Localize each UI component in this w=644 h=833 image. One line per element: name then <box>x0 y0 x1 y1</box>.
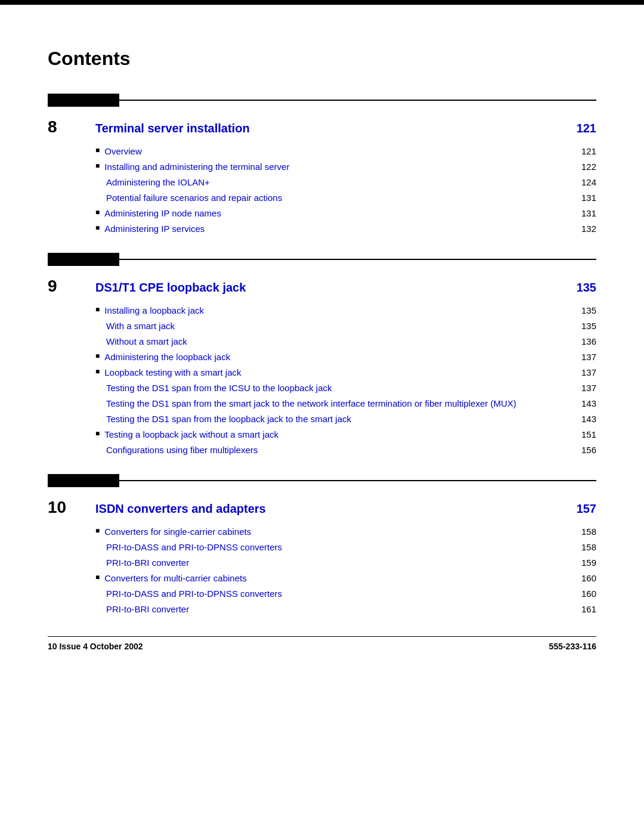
sub-entry-text[interactable]: Potential failure scenarios and repair a… <box>106 191 575 204</box>
sub-entry-text[interactable]: Configurations using fiber multiplexers <box>106 444 575 456</box>
section-separator-8 <box>48 94 596 107</box>
black-block <box>48 253 119 266</box>
bullet-icon: ■ <box>95 526 100 536</box>
toc-entry: ■ Administering IP services 132 <box>95 222 596 235</box>
entry-text[interactable]: Overview <box>104 145 575 157</box>
entry-page: 151 <box>581 428 596 441</box>
bullet-icon: ■ <box>95 351 100 361</box>
page-title: Contents <box>48 48 596 70</box>
sub-entry-page: 156 <box>581 444 596 456</box>
entry-text[interactable]: Administering IP node names <box>104 207 575 219</box>
toc-entries-10: ■ Converters for single-carrier cabinets… <box>48 525 596 615</box>
toc-sub-entry: Potential failure scenarios and repair a… <box>95 191 596 204</box>
toc-sub-entry: With a smart jack 135 <box>95 320 596 332</box>
sub-entry-page: 160 <box>581 587 596 600</box>
bullet-icon: ■ <box>95 572 100 583</box>
toc-entry: ■ Converters for multi-carrier cabinets … <box>95 572 596 584</box>
entry-text[interactable]: Administering the loopback jack <box>104 351 575 363</box>
sub-entry-text[interactable]: PRI-to-DASS and PRI-to-DPNSS converters <box>106 541 575 553</box>
toc-sub-entry: Without a smart jack 136 <box>95 335 596 348</box>
footer-left: 10 Issue 4 October 2002 <box>48 642 143 651</box>
toc-entry: ■ Installing a loopback jack 135 <box>95 304 596 317</box>
sub-entry-page: 124 <box>581 176 596 188</box>
sub-entry-page: 159 <box>581 556 596 569</box>
section-title-9[interactable]: DS1/T1 CPE loopback jack <box>95 281 577 295</box>
toc-entry: ■ Administering the loopback jack 137 <box>95 351 596 363</box>
toc-entries-8: ■ Overview 121 ■ Installing and administ… <box>48 145 596 235</box>
separator-line <box>119 100 596 101</box>
entry-text[interactable]: Converters for multi-carrier cabinets <box>104 572 575 584</box>
sub-entry-page: 143 <box>581 413 596 425</box>
footer-right: 555-233-116 <box>549 642 596 651</box>
toc-sub-entry: PRI-to-DASS and PRI-to-DPNSS converters … <box>95 541 596 553</box>
sub-entry-text[interactable]: Testing the DS1 span from the smart jack… <box>106 397 575 410</box>
bullet-icon: ■ <box>95 305 100 315</box>
bullet-icon: ■ <box>95 161 100 171</box>
entry-page: 132 <box>581 222 596 235</box>
toc-entry: ■ Converters for single-carrier cabinets… <box>95 525 596 538</box>
section-number-9: 9 <box>48 277 95 296</box>
entry-page: 121 <box>581 145 596 157</box>
section-title-10[interactable]: ISDN converters and adapters <box>95 502 577 516</box>
sub-entry-text[interactable]: With a smart jack <box>106 320 575 332</box>
toc-entry: ■ Loopback testing with a smart jack 137 <box>95 366 596 379</box>
entry-text[interactable]: Converters for single-carrier cabinets <box>104 525 575 538</box>
bullet-icon: ■ <box>95 223 100 233</box>
entry-text[interactable]: Administering IP services <box>104 222 575 235</box>
toc-sub-entry: Testing the DS1 span from the smart jack… <box>95 397 596 410</box>
section-separator-10 <box>48 474 596 487</box>
entry-text[interactable]: Installing a loopback jack <box>104 304 575 317</box>
toc-entry: ■ Overview 121 <box>95 145 596 157</box>
sub-entry-page: 137 <box>581 382 596 394</box>
separator-line <box>119 480 596 481</box>
toc-sub-entry: PRI-to-DASS and PRI-to-DPNSS converters … <box>95 587 596 600</box>
entry-text[interactable]: Loopback testing with a smart jack <box>104 366 575 379</box>
entry-page: 160 <box>581 572 596 584</box>
sub-entry-text[interactable]: PRI-to-BRI converter <box>106 556 575 569</box>
entry-page: 122 <box>581 160 596 173</box>
sub-entry-text[interactable]: PRI-to-BRI converter <box>106 603 575 615</box>
black-block <box>48 474 119 487</box>
toc-entry: ■ Installing and administering the termi… <box>95 160 596 173</box>
page: Contents 8 Terminal server installation … <box>0 0 644 669</box>
section-block-9: 9 DS1/T1 CPE loopback jack 135 ■ Install… <box>48 277 596 456</box>
separator-line <box>119 259 596 260</box>
entry-page: 131 <box>581 207 596 219</box>
entry-text[interactable]: Testing a loopback jack without a smart … <box>104 428 575 441</box>
section-separator-9 <box>48 253 596 266</box>
toc-sub-entry: Testing the DS1 span from the loopback j… <box>95 413 596 425</box>
top-bar <box>0 0 644 5</box>
section-header-8: 8 Terminal server installation 121 <box>48 117 596 137</box>
sub-entry-page: 158 <box>581 541 596 553</box>
footer: 10 Issue 4 October 2002 555-233-116 <box>48 636 596 651</box>
sub-entry-text[interactable]: Without a smart jack <box>106 335 575 348</box>
sub-entry-text[interactable]: PRI-to-DASS and PRI-to-DPNSS converters <box>106 587 575 600</box>
entry-page: 158 <box>581 525 596 538</box>
sub-entry-text[interactable]: Administering the IOLAN+ <box>106 176 575 188</box>
bullet-icon: ■ <box>95 208 100 218</box>
entry-page: 137 <box>581 351 596 363</box>
sub-entry-text[interactable]: Testing the DS1 span from the loopback j… <box>106 413 575 425</box>
section-title-8[interactable]: Terminal server installation <box>95 122 577 135</box>
toc-sub-entry: Testing the DS1 span from the ICSU to th… <box>95 382 596 394</box>
section-header-9: 9 DS1/T1 CPE loopback jack 135 <box>48 277 596 296</box>
sub-entry-page: 136 <box>581 335 596 348</box>
entry-text[interactable]: Installing and administering the termina… <box>104 160 575 173</box>
sub-entry-text[interactable]: Testing the DS1 span from the ICSU to th… <box>106 382 575 394</box>
section-page-10: 157 <box>577 502 596 516</box>
section-number-8: 8 <box>48 117 95 137</box>
toc-entry: ■ Administering IP node names 131 <box>95 207 596 219</box>
section-block-8: 8 Terminal server installation 121 ■ Ove… <box>48 117 596 235</box>
bullet-icon: ■ <box>95 429 100 439</box>
entry-page: 137 <box>581 366 596 379</box>
toc-sub-entry: Administering the IOLAN+ 124 <box>95 176 596 188</box>
bullet-icon: ■ <box>95 145 100 156</box>
black-block <box>48 94 119 107</box>
bullet-icon: ■ <box>95 367 100 377</box>
toc-sub-entry: PRI-to-BRI converter 161 <box>95 603 596 615</box>
section-block-10: 10 ISDN converters and adapters 157 ■ Co… <box>48 498 596 615</box>
section-page-9: 135 <box>577 281 596 295</box>
sub-entry-page: 143 <box>581 397 596 410</box>
sub-entry-page: 131 <box>581 191 596 204</box>
section-header-10: 10 ISDN converters and adapters 157 <box>48 498 596 517</box>
